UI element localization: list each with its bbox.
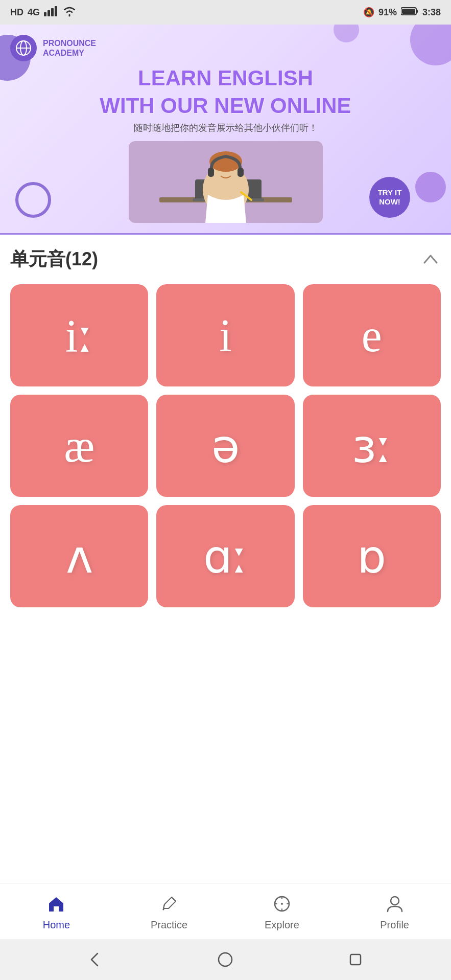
phoneme-card-1[interactable]: i: [156, 284, 294, 386]
home-button[interactable]: [212, 947, 238, 972]
phoneme-card-3[interactable]: æ: [10, 395, 148, 497]
svg-point-23: [219, 953, 232, 966]
svg-rect-1: [48, 10, 50, 16]
person-icon: [383, 892, 407, 916]
phoneme-symbol-4: ə: [211, 419, 240, 473]
collapse-button[interactable]: [420, 249, 441, 270]
phoneme-symbol-8: ɒ: [357, 530, 386, 583]
logo-text: PRONOUNCE ACADEMY: [43, 38, 96, 58]
pencil-icon: [157, 892, 181, 916]
nav-label-practice: Practice: [151, 919, 187, 931]
svg-rect-6: [402, 9, 415, 14]
phoneme-card-6[interactable]: ʌ: [10, 505, 148, 607]
alarm-off-icon: 🔕: [363, 7, 374, 18]
banner: PRONOUNCE ACADEMY LEARN ENGLISH WITH OUR…: [0, 25, 451, 235]
status-bar: HD 4G 🔕 91% 3:3: [0, 0, 451, 25]
phoneme-card-0[interactable]: iː: [10, 284, 148, 386]
svg-point-21: [281, 903, 283, 905]
phoneme-card-5[interactable]: ɜː: [303, 395, 441, 497]
nav-label-home: Home: [43, 919, 70, 931]
signal-bars-icon: [44, 6, 58, 19]
nav-item-profile[interactable]: Profile: [338, 892, 451, 931]
phoneme-symbol-2: e: [362, 309, 382, 362]
nav-item-practice[interactable]: Practice: [113, 892, 226, 931]
logo-icon: [10, 35, 37, 61]
svg-rect-2: [51, 8, 54, 16]
battery-icon: [401, 7, 418, 18]
svg-rect-24: [350, 954, 361, 965]
banner-title-line2: WITH OUR NEW ONLINE: [10, 94, 441, 118]
banner-content: PRONOUNCE ACADEMY LEARN ENGLISH WITH OUR…: [10, 35, 441, 223]
status-hd: HD: [10, 7, 23, 18]
try-it-button[interactable]: TRY IT NOW!: [369, 177, 410, 218]
phoneme-card-2[interactable]: e: [303, 284, 441, 386]
compass-icon: [270, 892, 294, 916]
phoneme-symbol-6: ʌ: [66, 530, 93, 583]
banner-title-line1: LEARN ENGLISH: [10, 66, 441, 90]
bottom-nav: Home Practice Explore: [0, 883, 451, 939]
main-content: 单元音(12) iːieæəɜːʌɑːɒ: [0, 235, 451, 883]
nav-label-profile: Profile: [380, 919, 409, 931]
nav-label-explore: Explore: [265, 919, 299, 931]
phoneme-card-8[interactable]: ɒ: [303, 505, 441, 607]
svg-rect-17: [208, 168, 214, 177]
status-right: 🔕 91% 3:38: [363, 7, 441, 18]
banner-image: [129, 141, 323, 223]
wifi-icon: [62, 6, 77, 19]
svg-rect-18: [238, 168, 244, 177]
svg-rect-0: [44, 12, 46, 16]
battery-level: 91%: [378, 7, 397, 18]
phoneme-symbol-0: iː: [65, 309, 93, 362]
svg-rect-5: [416, 10, 418, 13]
phoneme-symbol-3: æ: [64, 420, 94, 472]
nav-item-explore[interactable]: Explore: [226, 892, 339, 931]
nav-item-home[interactable]: Home: [0, 892, 113, 931]
phoneme-symbol-7: ɑː: [203, 530, 248, 583]
section-header: 单元音(12): [10, 247, 441, 272]
phoneme-grid: iːieæəɜːʌɑːɒ: [10, 284, 441, 607]
phoneme-card-4[interactable]: ə: [156, 395, 294, 497]
status-signal: 4G: [28, 7, 40, 18]
section-title: 单元音(12): [10, 247, 98, 272]
banner-subtitle: 随时随地把你的发音展示给其他小伙伴们听！: [10, 122, 441, 134]
home-icon: [44, 892, 68, 916]
svg-point-22: [391, 897, 399, 905]
phoneme-symbol-5: ɜː: [352, 419, 392, 473]
phoneme-card-7[interactable]: ɑː: [156, 505, 294, 607]
back-button[interactable]: [83, 947, 108, 972]
banner-header: PRONOUNCE ACADEMY: [10, 35, 441, 61]
system-nav: [0, 939, 451, 980]
svg-rect-3: [55, 6, 57, 16]
status-left: HD 4G: [10, 6, 77, 19]
banner-image-area: TRY IT NOW!: [10, 141, 441, 223]
recents-button[interactable]: [343, 947, 368, 972]
phoneme-symbol-1: i: [219, 309, 232, 362]
time-display: 3:38: [422, 7, 441, 18]
